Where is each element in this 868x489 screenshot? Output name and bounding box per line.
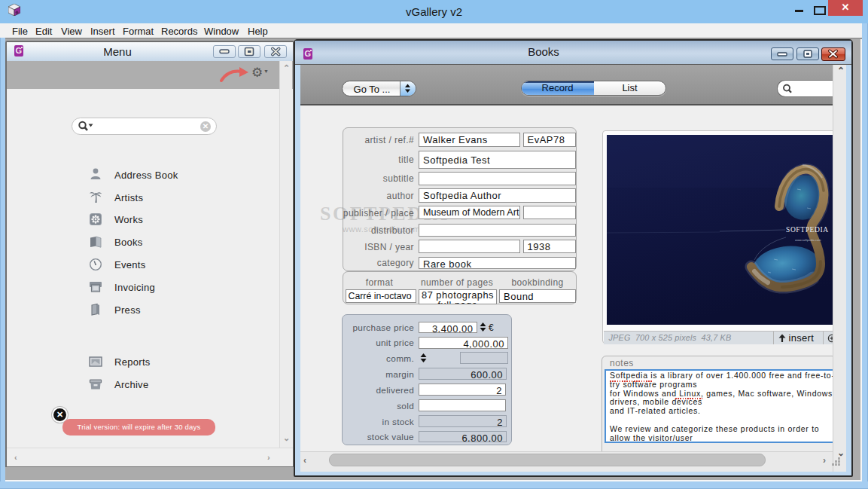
- svg-text:www.softpedia.com: www.softpedia.com: [795, 238, 821, 242]
- svg-text:SOFTPEDIA: SOFTPEDIA: [786, 226, 829, 234]
